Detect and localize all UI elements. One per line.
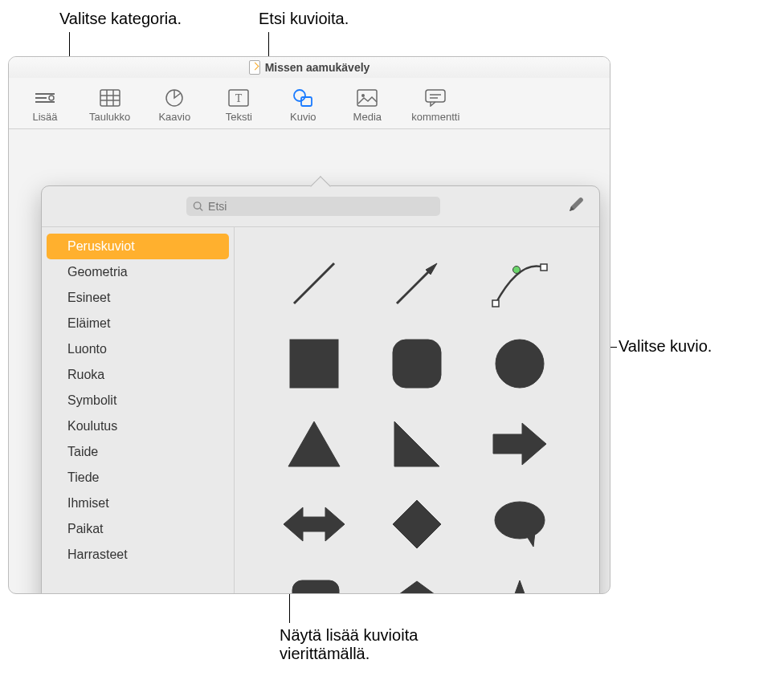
svg-marker-34 [393,500,441,548]
svg-marker-36 [525,532,535,547]
sidebar-item-ihmiset[interactable]: Ihmiset [42,491,234,516]
sidebar-item-luonto[interactable]: Luonto [42,336,234,362]
svg-rect-37 [292,580,339,594]
shape-arrow-line[interactable] [378,251,456,316]
shape-star[interactable] [480,572,559,594]
sidebar-item-harrasteet[interactable]: Harrasteet [42,542,234,568]
toolbar-label: Teksti [226,111,252,123]
callout-search: Etsi kuvioita. [259,10,349,28]
sidebar-item-taide[interactable]: Taide [42,439,234,465]
svg-point-26 [513,267,521,274]
sidebar-item-peruskuviot[interactable]: Peruskuviot [47,234,229,259]
svg-point-29 [496,340,544,388]
shapes-popover: Peruskuviot Geometria Esineet Eläimet Lu… [41,185,600,594]
sidebar-item-elaimet[interactable]: Eläimet [42,311,234,336]
svg-marker-31 [394,421,439,466]
sidebar-item-esineet[interactable]: Esineet [42,285,234,311]
shapes-grid[interactable] [235,227,599,594]
shape-speech-bubble[interactable] [480,492,559,556]
svg-point-3 [49,96,54,100]
toolbar-label: Media [353,111,382,123]
shape-pentagon[interactable] [378,572,456,594]
svg-marker-32 [493,423,546,465]
svg-rect-24 [492,300,499,307]
media-icon [356,87,378,109]
app-window: Missen aamukävely Lisää Taulukko Kaavio … [8,56,610,594]
svg-point-12 [294,90,305,101]
svg-rect-4 [100,90,120,106]
table-icon [99,87,121,109]
toolbar-table[interactable]: Taulukko [89,81,130,128]
category-sidebar[interactable]: Peruskuviot Geometria Esineet Eläimet Lu… [42,227,235,594]
shape-circle[interactable] [480,332,559,396]
shape-right-triangle[interactable] [378,412,456,476]
callout-scroll: Näytä lisää kuvioita vierittämällä. [280,626,480,663]
sidebar-item-tiede[interactable]: Tiede [42,465,234,491]
toolbar-insert[interactable]: Lisää [25,81,65,128]
shape-rounded-square[interactable] [378,332,456,396]
svg-rect-14 [357,90,377,106]
sidebar-item-geometria[interactable]: Geometria [42,259,234,285]
svg-text:T: T [235,92,243,104]
search-input[interactable] [208,200,434,213]
svg-point-15 [361,94,365,97]
toolbar-label: kommentti [411,111,459,123]
toolbar-media[interactable]: Media [347,81,387,128]
text-icon: T [227,87,250,109]
svg-point-19 [194,202,200,209]
toolbar-label: Kuvio [290,111,316,123]
toolbar-label: Lisää [32,111,57,123]
pen-icon[interactable] [567,196,585,217]
shape-triangle[interactable] [275,412,353,476]
svg-rect-13 [301,97,312,106]
toolbar-label: Kaavio [158,111,190,123]
shape-diamond[interactable] [378,492,456,556]
comment-icon [424,87,447,109]
shape-curve[interactable] [480,251,559,316]
callout-choose-shape: Valitse kuvio. [619,337,712,356]
toolbar-comment[interactable]: kommentti [411,81,459,128]
svg-line-20 [200,208,202,210]
popover-body: Peruskuviot Geometria Esineet Eläimet Lu… [42,226,599,594]
search-row [42,186,599,226]
toolbar-chart[interactable]: Kaavio [154,81,194,128]
svg-rect-1 [35,97,47,99]
sidebar-item-ruoka[interactable]: Ruoka [42,362,234,388]
insert-icon [34,87,56,109]
toolbar: Lisää Taulukko Kaavio T Teksti Kuvio [9,78,610,129]
svg-marker-40 [495,580,545,594]
shape-square[interactable] [275,332,353,396]
toolbar-shape[interactable]: Kuvio [283,81,323,128]
window-titlebar: Missen aamukävely [9,57,610,78]
document-icon [249,60,260,75]
svg-marker-33 [284,507,345,541]
svg-rect-25 [541,264,547,271]
shape-icon [292,87,314,109]
shape-arrow-right[interactable] [480,412,559,476]
svg-rect-2 [35,101,55,103]
toolbar-label: Taulukko [89,111,130,123]
svg-rect-28 [393,340,441,388]
svg-point-35 [495,502,545,539]
shape-arrow-bidirectional[interactable] [275,492,353,556]
svg-rect-27 [290,340,338,388]
svg-marker-39 [393,581,441,594]
callout-category: Valitse kategoria. [59,10,182,28]
sidebar-item-paikat[interactable]: Paikat [42,516,234,542]
sidebar-item-koulutus[interactable]: Koulutus [42,413,234,439]
shape-line[interactable] [275,251,353,316]
svg-rect-16 [426,90,445,102]
chart-icon [163,87,186,109]
search-field[interactable] [186,197,440,216]
search-icon [193,201,203,212]
svg-rect-0 [35,93,55,95]
svg-marker-30 [288,421,340,466]
window-title: Missen aamukävely [265,61,370,74]
toolbar-text[interactable]: T Teksti [218,81,259,128]
svg-line-21 [294,263,334,303]
sidebar-item-symbolit[interactable]: Symbolit [42,388,234,413]
shape-callout-box[interactable] [275,572,353,594]
svg-line-22 [397,267,433,303]
